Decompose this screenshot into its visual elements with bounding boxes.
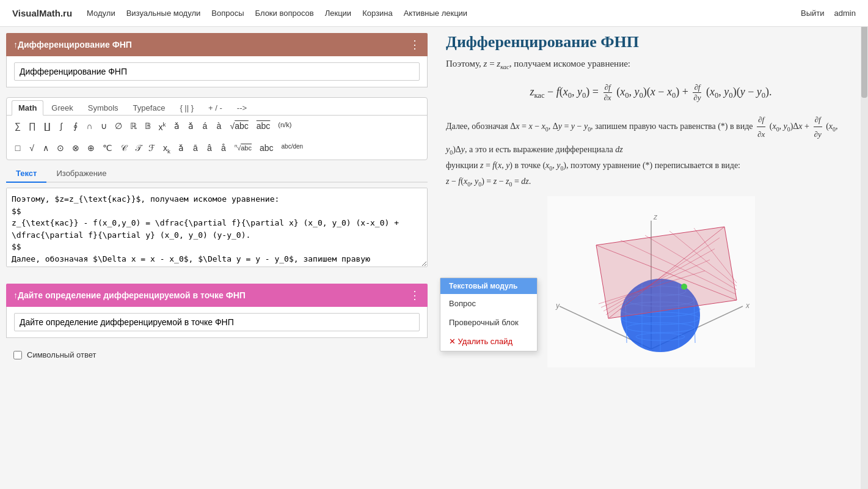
sym-oint[interactable]: ∮ <box>70 119 82 134</box>
sym-xsub[interactable]: xk <box>160 141 173 156</box>
svg-text:y: y <box>555 301 560 310</box>
navbar: VisualMath.ru Модули Визуальные модули В… <box>0 0 868 27</box>
symbolic-answer-checkbox[interactable] <box>13 351 22 359</box>
nav-bloki[interactable]: Блоки вопросов <box>255 9 314 18</box>
sym-cap[interactable]: ∩ <box>84 119 96 134</box>
block1-content <box>6 56 428 87</box>
dropdown-section-label: Текстовый модуль <box>440 278 537 294</box>
sym-binom[interactable]: (n/k) <box>275 119 294 134</box>
sym-a3[interactable]: á <box>199 119 211 134</box>
sym-cal-c[interactable]: 𝒞 <box>117 141 129 156</box>
sym-sqrt2[interactable]: √ <box>26 141 38 156</box>
math-tab-symbols[interactable]: Symbols <box>81 100 125 115</box>
sym-b3[interactable]: â <box>203 141 216 156</box>
block2: ↑Дайте определение дифференцируемой в то… <box>6 284 428 362</box>
right-intro: Поэтому, z = zкас, получаем искомое урав… <box>446 56 856 73</box>
math-symbols-row2: □ √ ∧ ⊙ ⊗ ⊕ ℃ 𝒞 𝒯 ℱ xk ǎ ā â å n√abc a <box>7 138 427 160</box>
page-scrollbar[interactable] <box>861 0 868 373</box>
block1-title: ↑Дифференцирование ФНП <box>13 40 132 50</box>
block2-content <box>6 307 428 338</box>
sym-a4[interactable]: à <box>213 119 225 134</box>
math-tab-math[interactable]: Math <box>12 100 43 116</box>
sym-int[interactable]: ∫ <box>56 119 68 134</box>
main-formula: zкас − f(x0, y0) = ∂f ∂x (x0, y0)(x − x0… <box>446 83 856 103</box>
sym-otimes[interactable]: ⊗ <box>69 141 82 156</box>
block2-title: ↑Дайте определение дифференцируемой в то… <box>13 290 246 300</box>
navbar-right: Выйти admin <box>801 9 856 18</box>
block2-header: ↑Дайте определение дифференцируемой в то… <box>6 284 428 307</box>
block1-title-input[interactable] <box>14 62 420 81</box>
nav-admin[interactable]: admin <box>834 9 856 18</box>
right-formula-text: Далее, обозначая Δx = x − x0, Δy = y − y… <box>446 112 856 190</box>
sym-real[interactable]: ℝ <box>127 119 140 134</box>
sym-xk[interactable]: xk <box>156 119 169 134</box>
page-content: ↑Дифференцирование ФНП ⋮ Math Greek Symb… <box>0 27 868 373</box>
dropdown-menu: Текстовый модуль Вопрос Проверочный блок… <box>440 278 538 351</box>
sym-prod[interactable]: ∏ <box>26 119 39 134</box>
right-title: Дифференцирование ФНП <box>446 33 856 51</box>
svg-point-30 <box>681 284 687 290</box>
left-panel: ↑Дифференцирование ФНП ⋮ Math Greek Symb… <box>0 33 434 367</box>
sub-tabs: Текст Изображение <box>6 165 428 183</box>
sym-square[interactable]: □ <box>12 141 24 156</box>
sym-coprod[interactable]: ∐ <box>41 119 54 134</box>
svg-text:x: x <box>745 301 750 310</box>
dropdown-item-vopros[interactable]: Вопрос <box>440 294 537 313</box>
nav-active[interactable]: Активные лекции <box>404 9 467 18</box>
sym-cal-f[interactable]: ℱ <box>145 141 158 156</box>
content-textarea[interactable]: Поэтому, $z=z_{\text{кас}}$, получаем ис… <box>6 188 428 267</box>
sym-degree[interactable]: ℃ <box>100 141 115 156</box>
checkbox-label: Символьный ответ <box>27 350 96 359</box>
nav-moduli[interactable]: Модули <box>87 9 115 18</box>
sym-a2[interactable]: ǎ <box>185 119 197 134</box>
sym-sqrt[interactable]: √abc <box>227 119 252 134</box>
math-tab-braces[interactable]: { || } <box>173 100 200 115</box>
nav-korzina[interactable]: Корзина <box>362 9 393 18</box>
sym-oplus[interactable]: ⊕ <box>84 141 98 156</box>
sym-cup[interactable]: ∪ <box>98 119 110 134</box>
nav-voprosy[interactable]: Вопросы <box>211 9 244 18</box>
sym-b2[interactable]: ā <box>189 141 202 156</box>
sym-odot[interactable]: ⊙ <box>54 141 67 156</box>
sym-bool[interactable]: 𝔹 <box>142 119 154 134</box>
dropdown-item-delete[interactable]: ✕ Удалить слайд <box>440 332 537 351</box>
sym-frac-abc[interactable]: abc/den <box>279 141 307 156</box>
dropdown-item-proverochny[interactable]: Проверочный блок <box>440 313 537 332</box>
sym-b1[interactable]: ǎ <box>175 141 188 156</box>
math-3d-visual: x y z <box>547 196 755 367</box>
math-tab-greek[interactable]: Greek <box>45 100 79 115</box>
sym-cal-t[interactable]: 𝒯 <box>131 141 144 156</box>
block2-title-input[interactable] <box>14 313 420 331</box>
block1: ↑Дифференцирование ФНП ⋮ Math Greek Symb… <box>6 33 428 269</box>
right-z1: z <box>484 59 487 68</box>
svg-text:z: z <box>653 213 658 221</box>
block1-header: ↑Дифференцирование ФНП ⋮ <box>6 33 428 56</box>
sym-wedge[interactable]: ∧ <box>40 141 52 156</box>
math-toolbar: Math Greek Symbols Typeface { || } + / -… <box>6 97 428 160</box>
checkbox-row: Символьный ответ <box>6 348 428 362</box>
nav-lekcii[interactable]: Лекции <box>325 9 351 18</box>
sym-nsqrt[interactable]: n√abc <box>232 141 255 156</box>
right-zkas: zкас <box>497 59 509 68</box>
nav-exit[interactable]: Выйти <box>801 9 825 18</box>
sym-empty[interactable]: ∅ <box>112 119 125 134</box>
sub-tab-text[interactable]: Текст <box>6 165 46 183</box>
nav-visual[interactable]: Визуальные модули <box>126 9 201 18</box>
math-tab-typeface[interactable]: Typeface <box>126 100 172 115</box>
math-symbols-row1: ∑ ∏ ∐ ∫ ∮ ∩ ∪ ∅ ℝ 𝔹 xk ǎ ǎ á à √abc abc <box>7 116 427 138</box>
math-tab-plusminus[interactable]: + / - <box>202 100 229 115</box>
navbar-brand[interactable]: VisualMath.ru <box>12 8 72 18</box>
math-tabs: Math Greek Symbols Typeface { || } + / -… <box>7 98 427 116</box>
block1-menu-btn[interactable]: ⋮ <box>409 38 420 51</box>
block2-menu-btn[interactable]: ⋮ <box>409 289 420 302</box>
textarea-container: Поэтому, $z=z_{\text{кас}}$, получаем ис… <box>6 188 428 269</box>
scrollbar-thumb[interactable] <box>861 24 867 98</box>
sym-b4[interactable]: å <box>217 141 230 156</box>
sym-abc-plain[interactable]: abc <box>257 141 277 156</box>
sym-sum[interactable]: ∑ <box>12 119 24 134</box>
sym-overline[interactable]: abc <box>253 119 274 134</box>
math-tab-arrow[interactable]: --> <box>230 100 253 115</box>
navbar-nav: Модули Визуальные модули Вопросы Блоки в… <box>87 9 467 18</box>
sym-a1[interactable]: ǎ <box>171 119 183 134</box>
sub-tab-image[interactable]: Изображение <box>46 165 116 183</box>
